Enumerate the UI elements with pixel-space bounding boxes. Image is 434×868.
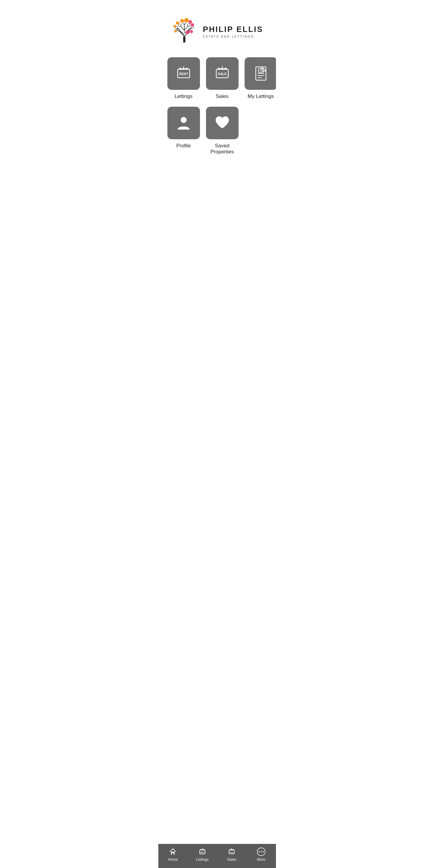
menu-item-lettings[interactable]: RENT Lettings [167, 57, 200, 99]
svg-text:RENT: RENT [179, 72, 188, 76]
svg-rect-45 [172, 853, 174, 855]
sales-label: Sales [215, 93, 229, 99]
sales-nav-icon: SALE [227, 847, 236, 856]
logo-text-block: PHILIP ELLIS ESTATE AND LETTINGS [203, 25, 263, 38]
svg-point-43 [181, 117, 187, 123]
sales-nav-label: Sales [227, 858, 236, 862]
nav-item-lettings[interactable]: RENT Lettings [187, 847, 217, 862]
svg-point-9 [178, 24, 181, 27]
person-icon [175, 114, 193, 132]
svg-point-19 [176, 22, 179, 25]
more-nav-label: More [257, 858, 265, 862]
my-lettings-label: My Lettings [248, 93, 274, 99]
main-content: PHILIP ELLIS ESTATE AND LETTINGS RENT [158, 0, 276, 191]
profile-label: Profile [176, 143, 191, 149]
svg-text:SALE: SALE [218, 72, 227, 76]
logo-tree-icon [171, 18, 198, 45]
saved-properties-label: Saved Properties [206, 143, 238, 155]
profile-icon-box [167, 107, 200, 139]
my-lettings-icon-box [244, 57, 276, 90]
menu-item-profile[interactable]: Profile [167, 107, 200, 155]
menu-item-sales[interactable]: SALE Sales [206, 57, 238, 99]
svg-point-17 [189, 20, 193, 24]
svg-point-21 [186, 30, 190, 34]
svg-point-23 [174, 30, 177, 33]
svg-point-22 [190, 30, 193, 33]
brand-subtitle: ESTATE AND LETTINGS [203, 35, 263, 38]
svg-point-59 [258, 851, 260, 852]
svg-text:SALE: SALE [230, 851, 234, 853]
saved-properties-icon-box [206, 107, 238, 139]
menu-item-saved-properties[interactable]: Saved Properties [206, 107, 238, 155]
lettings-nav-icon: RENT [198, 847, 207, 856]
svg-text:RENT: RENT [200, 851, 204, 853]
svg-rect-0 [183, 36, 185, 42]
nav-item-more[interactable]: More [247, 847, 276, 862]
svg-point-16 [184, 18, 189, 22]
rent-sign-icon: RENT [175, 64, 193, 83]
home-nav-icon [168, 847, 177, 856]
menu-item-empty [244, 107, 267, 155]
document-icon [252, 64, 270, 83]
lettings-nav-label: Lettings [196, 858, 209, 862]
menu-row-1: RENT Lettings SALE Sales [167, 57, 267, 99]
home-nav-label: Home [168, 858, 178, 862]
nav-item-home[interactable]: Home [158, 847, 188, 862]
bottom-nav: Home RENT Lettings SALE [158, 844, 276, 868]
heart-icon [213, 114, 231, 132]
logo-wrapper: PHILIP ELLIS ESTATE AND LETTINGS [171, 18, 263, 45]
svg-point-10 [187, 24, 190, 27]
lettings-icon-box: RENT [167, 57, 200, 90]
sale-sign-icon: SALE [213, 64, 231, 83]
lettings-label: Lettings [175, 93, 193, 99]
svg-point-18 [191, 23, 194, 27]
sales-icon-box: SALE [206, 57, 238, 90]
logo-container: PHILIP ELLIS ESTATE AND LETTINGS [167, 18, 267, 45]
svg-point-15 [180, 19, 184, 23]
more-nav-icon [257, 847, 266, 856]
nav-item-sales[interactable]: SALE Sales [217, 847, 247, 862]
menu-item-my-lettings[interactable]: My Lettings [244, 57, 276, 99]
brand-name: PHILIP ELLIS [203, 25, 263, 34]
svg-point-60 [261, 851, 262, 852]
menu-row-2: Profile Saved Properties [167, 107, 267, 155]
svg-point-20 [173, 25, 176, 28]
svg-rect-40 [258, 69, 263, 72]
svg-point-61 [262, 851, 264, 852]
